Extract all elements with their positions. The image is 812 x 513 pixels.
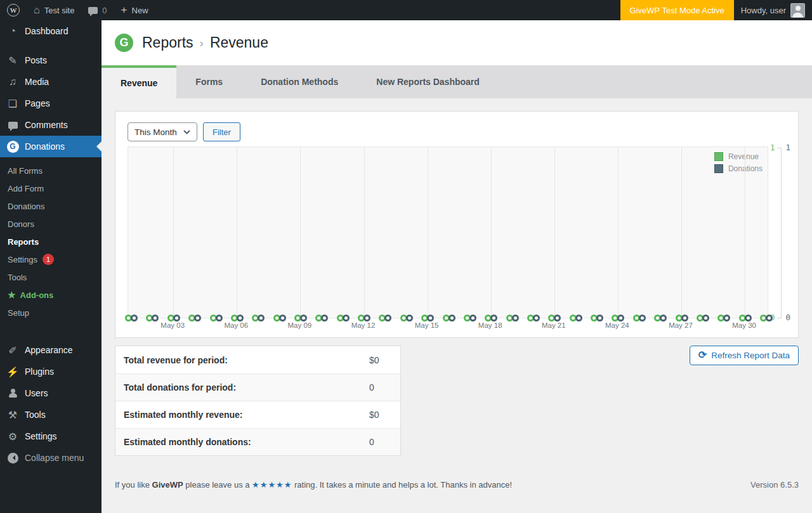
legend-item-donations[interactable]: Donations <box>714 164 763 173</box>
chart-gridline <box>618 147 619 318</box>
x-axis-tick-label: May 30 <box>732 321 756 329</box>
tab-new-reports-dashboard[interactable]: New Reports Dashboard <box>357 65 499 98</box>
sidebar-subitem-donors[interactable]: Donors <box>0 215 102 233</box>
brand-name: GiveWP <box>152 480 183 490</box>
plus-icon: + <box>121 4 128 15</box>
data-point-donations[interactable] <box>258 315 265 321</box>
sidebar-item-label: Tools <box>25 410 46 420</box>
tab-forms[interactable]: Forms <box>176 65 242 98</box>
sidebar-item-comments[interactable]: Comments <box>0 114 102 136</box>
period-select[interactable]: This Month <box>128 122 197 141</box>
data-point-donations[interactable] <box>343 315 350 321</box>
data-point-donations[interactable] <box>490 315 497 321</box>
sidebar-item-settings[interactable]: ⚙Settings <box>0 425 102 447</box>
sidebar-subitem-label: Setup <box>8 308 29 318</box>
sidebar-item-dashboard[interactable]: ◔Dashboard <box>0 20 102 42</box>
summary-row-value: $0 <box>369 355 379 365</box>
summary-row-value: $0 <box>369 410 379 420</box>
data-point-donations[interactable] <box>173 315 180 321</box>
data-point-donations[interactable] <box>766 315 773 321</box>
new-content-menu[interactable]: + New <box>114 0 155 20</box>
data-point-donations[interactable] <box>512 315 519 321</box>
chart-gridline <box>745 147 745 318</box>
sidebar-subitem-label: Settings <box>8 255 37 264</box>
donations-swatch-icon <box>714 164 723 173</box>
data-point-donations[interactable] <box>237 315 244 321</box>
givewp-icon: G <box>6 140 19 153</box>
five-star-rating-link[interactable]: ★★★★★ <box>252 480 292 490</box>
sidebar-item-label: Users <box>25 388 48 398</box>
data-point-donations[interactable] <box>131 315 138 321</box>
site-name-menu[interactable]: ⌂ Test site <box>27 0 81 20</box>
sidebar-menu-bottom: ✐Appearance⚡PluginsUsers⚒Tools⚙SettingsC… <box>0 339 102 469</box>
givewp-test-mode-badge[interactable]: GiveWP Test Mode Active <box>620 0 734 20</box>
media-icon: ♫ <box>6 75 19 88</box>
data-point-donations[interactable] <box>469 315 476 321</box>
comments-menu[interactable]: 0 <box>81 0 114 20</box>
data-point-donations[interactable] <box>745 315 752 321</box>
sidebar-subitem-all-forms[interactable]: All Forms <box>0 162 102 179</box>
x-axis-tick-label: May 27 <box>669 321 693 329</box>
sidebar-item-posts[interactable]: ✎Posts <box>0 49 102 71</box>
howdy-text: Howdy, user <box>741 6 786 15</box>
sidebar-item-plugins[interactable]: ⚡Plugins <box>0 361 102 382</box>
data-point-donations[interactable] <box>660 315 667 321</box>
data-point-donations[interactable] <box>152 315 159 321</box>
filter-button[interactable]: Filter <box>203 122 240 141</box>
data-point-donations[interactable] <box>681 315 688 321</box>
sidebar-subitem-add-form[interactable]: Add Form <box>0 179 102 197</box>
sidebar-subitem-label: Donations <box>8 202 45 211</box>
x-axis-tick-label: May 03 <box>160 321 185 329</box>
data-point-donations[interactable] <box>406 315 413 321</box>
summary-row: Total revenue for period:$0Total donatio… <box>115 346 799 456</box>
sidebar-item-media[interactable]: ♫Media <box>0 71 102 93</box>
tab-donation-methods[interactable]: Donation Methods <box>242 65 357 98</box>
data-point-donations[interactable] <box>702 315 709 321</box>
sidebar-item-donations[interactable]: GDonations <box>0 136 102 157</box>
data-point-donations[interactable] <box>216 315 223 321</box>
person-icon <box>8 388 18 398</box>
sidebar-item-tools[interactable]: ⚒Tools <box>0 404 102 425</box>
data-point-donations[interactable] <box>321 315 328 321</box>
data-point-donations[interactable] <box>639 315 646 321</box>
data-point-donations[interactable] <box>723 315 730 321</box>
sidebar-subitem-setup[interactable]: Setup <box>0 304 102 321</box>
update-count-badge: 1 <box>43 254 54 265</box>
data-point-donations[interactable] <box>575 315 582 321</box>
wordpress-logo-menu[interactable]: W <box>0 0 27 20</box>
x-axis-tick-label: May 15 <box>415 321 439 329</box>
tab-revenue[interactable]: Revenue <box>102 65 176 98</box>
data-point-donations[interactable] <box>363 315 370 321</box>
refresh-report-button[interactable]: ⟳ Refresh Report Data <box>690 346 799 365</box>
comments-icon <box>6 119 19 131</box>
sidebar-subitem-reports[interactable]: Reports <box>0 233 102 250</box>
data-point-donations[interactable] <box>617 315 624 321</box>
sidebar-subitem-donations[interactable]: Donations <box>0 197 102 215</box>
sidebar-subitem-settings[interactable]: Settings1 <box>0 250 102 268</box>
plugins-icon: ⚡ <box>6 365 19 378</box>
rating-request-text: If you like GiveWP please leave us a ★★★… <box>115 480 512 490</box>
sidebar-item-appearance[interactable]: ✐Appearance <box>0 339 102 361</box>
data-point-donations[interactable] <box>596 315 603 321</box>
data-point-donations[interactable] <box>194 315 201 321</box>
sidebar-subitem-add-ons[interactable]: ★Add-ons <box>0 286 102 304</box>
data-point-donations[interactable] <box>554 315 561 321</box>
legend-item-revenue[interactable]: Revenue <box>714 152 763 161</box>
sidebar-item-users[interactable]: Users <box>0 382 102 404</box>
sidebar-item-pages[interactable]: ❏Pages <box>0 93 102 114</box>
wordpress-logo-icon: W <box>7 4 20 16</box>
data-point-donations[interactable] <box>533 315 540 321</box>
my-account-menu[interactable]: Howdy, user <box>734 0 812 20</box>
data-point-donations[interactable] <box>384 315 391 321</box>
sidebar-subitem-tools[interactable]: Tools <box>0 268 102 286</box>
collapse-icon <box>6 451 19 464</box>
menu-separator <box>0 328 102 339</box>
data-point-donations[interactable] <box>300 315 307 321</box>
data-point-donations[interactable] <box>427 315 434 321</box>
sidebar-item-label: Collapse menu <box>25 453 84 463</box>
sidebar-item-collapse-menu[interactable]: Collapse menu <box>0 447 102 469</box>
admin-bar-left: W ⌂ Test site 0 + New <box>0 0 155 20</box>
chart-plot: Revenue Donations <box>128 146 768 318</box>
data-point-donations[interactable] <box>449 315 455 321</box>
data-point-donations[interactable] <box>279 315 286 321</box>
